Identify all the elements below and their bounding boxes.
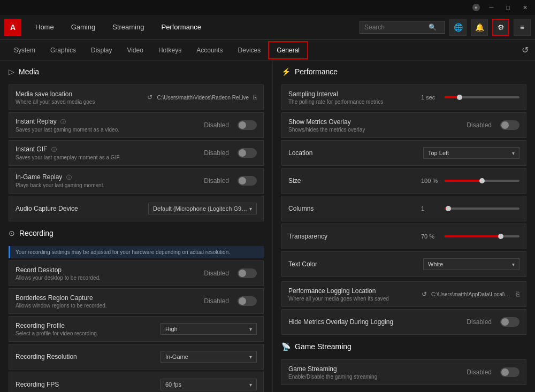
show-metrics-overlay-toggle[interactable]	[500, 120, 519, 130]
media-reset-icon[interactable]: ↺	[147, 94, 152, 101]
tab-accounts[interactable]: Accounts	[189, 42, 230, 58]
back-icon[interactable]: ↺	[522, 45, 529, 55]
recording-profile-chevron: ▾	[249, 326, 252, 332]
in-game-replay-value: Disabled	[204, 177, 229, 185]
media-folder-icon[interactable]: ⎘	[253, 94, 257, 101]
hide-metrics-logging-row: Hide Metrics Overlay During Logging Disa…	[281, 309, 526, 335]
record-desktop-toggle[interactable]	[238, 268, 257, 278]
recording-profile-row: Recording Profile Select a profile for v…	[9, 316, 264, 342]
hide-metrics-logging-toggle[interactable]	[500, 317, 519, 327]
size-control: 100 %	[412, 178, 519, 184]
sampling-interval-slider[interactable]	[445, 96, 519, 98]
close-button[interactable]: ✕	[519, 3, 531, 12]
recording-fps-dropdown[interactable]: 60 fps ▾	[160, 379, 257, 390]
nav-home[interactable]: Home	[28, 19, 62, 35]
recording-fps-row: Recording FPS 60 fps ▾	[9, 372, 264, 392]
in-game-replay-toggle[interactable]	[238, 176, 257, 186]
borderless-region-control: Disabled	[150, 296, 257, 306]
size-value: 100 %	[421, 178, 440, 184]
minimize-button[interactable]: ─	[486, 3, 497, 12]
audio-capture-dropdown[interactable]: Default (Microphone (Logitech G933 Gamin…	[148, 203, 257, 214]
tab-display[interactable]: Display	[83, 42, 119, 58]
text-color-row: Text Color White ▾	[281, 251, 526, 277]
tab-graphics[interactable]: Graphics	[43, 42, 83, 58]
game-streaming-icon: 📡	[281, 342, 291, 351]
tabbar: System Graphics Display Video Hotkeys Ac…	[0, 40, 535, 61]
tab-devices[interactable]: Devices	[231, 42, 269, 58]
transparency-label: Transparency	[288, 233, 412, 240]
recording-profile-label: Recording Profile Select a profile for v…	[16, 322, 150, 336]
tab-hotkeys[interactable]: Hotkeys	[151, 42, 189, 58]
size-slider[interactable]	[445, 180, 519, 182]
instant-replay-info-icon: ⓘ	[60, 119, 66, 125]
game-streaming-section: 📡 Game Streaming Game Streaming Enable/D…	[281, 342, 526, 385]
nav-streaming[interactable]: Streaming	[105, 19, 151, 35]
location-dropdown[interactable]: Top Left ▾	[423, 147, 519, 159]
perf-logging-path-text: C:\Users\matth\AppData\Local\AMD\CN	[431, 291, 511, 297]
text-color-dropdown[interactable]: White ▾	[423, 258, 519, 270]
nav-performance[interactable]: Performance	[154, 19, 208, 35]
instant-replay-label: Instant Replay ⓘ Saves your last gaming …	[16, 118, 150, 133]
recording-profile-dropdown[interactable]: High ▾	[160, 323, 257, 335]
transparency-thumb	[498, 234, 503, 239]
gear-button[interactable]: ⚙	[492, 19, 509, 36]
nav-gaming[interactable]: Gaming	[64, 19, 103, 35]
game-streaming-title: Game Streaming	[295, 342, 351, 351]
record-desktop-row: Record Desktop Allows your desktop to be…	[9, 260, 264, 286]
record-desktop-control: Disabled	[150, 268, 257, 278]
audio-capture-label: Audio Capture Device	[16, 205, 148, 212]
tab-general[interactable]: General	[268, 41, 308, 59]
borderless-region-row: Borderless Region Capture Allows window …	[9, 288, 264, 314]
instant-replay-toggle[interactable]	[238, 120, 257, 130]
globe-button[interactable]: 🌐	[449, 19, 467, 36]
text-color-label: Text Color	[288, 260, 412, 268]
recording-fps-chevron: ▾	[249, 382, 252, 388]
instant-replay-row: Instant Replay ⓘ Saves your last gaming …	[9, 112, 264, 138]
instant-gif-toggle[interactable]	[238, 148, 257, 158]
size-row: Size 100 %	[281, 168, 526, 194]
search-input[interactable]	[364, 24, 429, 31]
recording-icon: ⊙	[9, 229, 15, 237]
transparency-slider[interactable]	[445, 235, 519, 237]
recording-section-title: ⊙ Recording	[9, 229, 264, 240]
media-icon: ▷	[9, 67, 14, 76]
instant-gif-control: Disabled	[150, 148, 257, 158]
tab-video[interactable]: Video	[119, 42, 150, 58]
show-metrics-overlay-value: Disabled	[467, 121, 492, 129]
perf-logging-folder-icon[interactable]: ⎘	[516, 290, 519, 298]
record-desktop-value: Disabled	[204, 270, 229, 277]
recording-profile-control: High ▾	[150, 323, 257, 335]
performance-section-title: ⚡ Performance	[281, 67, 526, 78]
performance-title: Performance	[295, 67, 338, 76]
size-label: Size	[288, 177, 412, 185]
instant-gif-info-icon: ⓘ	[51, 147, 57, 152]
recording-fps-control: 60 fps ▾	[150, 379, 257, 390]
tab-system[interactable]: System	[6, 42, 43, 58]
recording-section: ⊙ Recording Your recording settings may …	[9, 229, 264, 392]
instant-gif-label: Instant GIF ⓘ Saves your last gameplay m…	[16, 145, 150, 160]
transparency-control: 70 %	[412, 233, 519, 240]
instant-replay-control: Disabled	[150, 120, 257, 130]
app-logo: A	[4, 19, 21, 36]
location-control: Top Left ▾	[412, 147, 519, 159]
borderless-region-value: Disabled	[204, 297, 229, 305]
hide-metrics-logging-label: Hide Metrics Overlay During Logging	[288, 318, 412, 326]
borderless-region-toggle[interactable]	[238, 296, 257, 306]
performance-icon: ⚡	[281, 67, 291, 76]
perf-logging-location-label: Performance Logging Location Where all y…	[288, 287, 412, 302]
columns-slider[interactable]	[445, 207, 519, 210]
recording-fps-label: Recording FPS	[16, 381, 150, 388]
game-streaming-toggle[interactable]	[500, 367, 519, 377]
instant-gif-value: Disabled	[204, 149, 229, 157]
perf-logging-path-display: C:\Users\matth\AppData\Local\AMD\CN	[431, 291, 511, 297]
content-area: ▷ Media Media save location Where all yo…	[0, 61, 535, 392]
maximize-button[interactable]: □	[503, 3, 513, 12]
location-label: Location	[288, 149, 412, 157]
recording-resolution-chevron: ▾	[249, 354, 252, 360]
sampling-interval-row: Sampling Interval The polling rate for p…	[281, 84, 526, 110]
recording-resolution-control: In-Game ▾	[150, 351, 257, 363]
menu-button[interactable]: ≡	[514, 19, 531, 36]
bell-button[interactable]: 🔔	[471, 19, 488, 36]
recording-resolution-dropdown[interactable]: In-Game ▾	[160, 351, 257, 363]
perf-logging-reset-icon[interactable]: ↺	[422, 290, 427, 298]
